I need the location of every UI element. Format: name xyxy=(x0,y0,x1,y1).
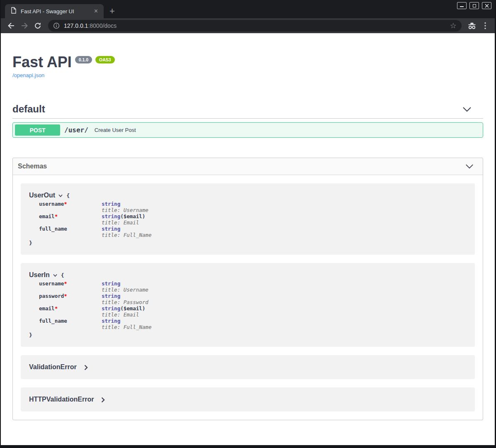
post-method-badge: POST xyxy=(15,124,60,136)
page-icon xyxy=(11,7,17,15)
tab-title: Fast API - Swagger UI xyxy=(21,8,92,15)
browser-menu-button[interactable] xyxy=(480,20,491,31)
window-maximize-button[interactable] xyxy=(469,2,479,9)
window-controls xyxy=(457,2,491,9)
page-content: Fast API 0.1.0 OAS3 /openapi.json defaul… xyxy=(1,33,495,445)
tag-header[interactable]: default xyxy=(12,103,483,115)
required-star: * xyxy=(64,280,67,287)
window-minimize-button[interactable] xyxy=(457,2,467,9)
endpoint-path: /user/ xyxy=(64,126,88,134)
close-brace: } xyxy=(29,240,32,246)
property-title: title: Username xyxy=(102,207,148,213)
opblock-post-user[interactable]: POST /user/ Create User Post xyxy=(12,122,483,138)
back-icon xyxy=(7,22,15,30)
property-type: string xyxy=(102,280,120,287)
chevron-down-icon[interactable] xyxy=(53,274,58,277)
property-row: username* string title: Username xyxy=(39,280,467,293)
schemas-header[interactable]: Schemas xyxy=(13,158,483,175)
chevron-right-icon[interactable] xyxy=(84,365,88,370)
window-close-button[interactable] xyxy=(482,2,491,9)
schemas-body: UserOut { username* string title: Userna… xyxy=(13,175,483,420)
tag-section-default: default POST /user/ Create User Post xyxy=(12,103,483,138)
model-title: HTTPValidationError xyxy=(29,396,94,403)
property-row: username* string title: Username xyxy=(39,201,467,213)
version-badge: 0.1.0 xyxy=(75,56,92,63)
required-star: * xyxy=(64,293,67,299)
forward-button[interactable] xyxy=(19,20,30,31)
url-text: 127.0.0.1:8000/docs xyxy=(64,22,450,29)
property-title: title: Email xyxy=(102,312,145,318)
incognito-avatar-button[interactable] xyxy=(467,20,477,31)
property-row: full_name string title: Full_Name xyxy=(39,226,467,238)
bookmark-star-icon[interactable]: ☆ xyxy=(450,22,457,29)
model-header[interactable]: UserOut { xyxy=(29,192,467,199)
property-name: username xyxy=(39,201,64,207)
browser-tab[interactable]: Fast API - Swagger UI × xyxy=(5,4,104,18)
minimize-icon xyxy=(460,6,464,7)
model-properties: username* string title: Username passwor… xyxy=(39,280,467,330)
maximize-icon xyxy=(473,4,476,7)
property-format: ($email) xyxy=(120,213,145,219)
close-icon xyxy=(485,4,489,8)
endpoint-summary: Create User Post xyxy=(95,127,136,133)
property-name: email xyxy=(39,213,55,219)
browser-window: Fast API - Swagger UI × + 127.0.0.1:8000… xyxy=(0,0,496,448)
property-type: string xyxy=(102,293,120,299)
required-star: * xyxy=(64,201,67,207)
model-title: ValidationError xyxy=(29,363,77,371)
property-name: full_name xyxy=(39,318,67,324)
swagger-ui-page: Fast API 0.1.0 OAS3 /openapi.json defaul… xyxy=(1,54,495,420)
property-title: title: Username xyxy=(102,287,148,293)
chevron-down-icon[interactable] xyxy=(465,164,474,169)
url-host: 127.0.0.1 xyxy=(64,22,88,29)
model-properties: username* string title: Username email* … xyxy=(39,201,467,238)
model-header[interactable]: UserIn { xyxy=(29,271,467,279)
property-type: string xyxy=(102,226,120,232)
address-bar[interactable]: 127.0.0.1:8000/docs ☆ xyxy=(48,20,462,32)
reload-icon xyxy=(34,22,42,30)
open-brace: { xyxy=(61,272,64,278)
new-tab-button[interactable]: + xyxy=(109,7,115,16)
property-title: title: Full_Name xyxy=(102,232,151,238)
required-star: * xyxy=(55,213,58,219)
property-row: password* string title: Password xyxy=(39,293,467,305)
openapi-json-link[interactable]: /openapi.json xyxy=(12,72,44,78)
property-type: string xyxy=(102,318,120,324)
property-name: username xyxy=(39,280,64,287)
property-format: ($email) xyxy=(120,305,145,312)
chevron-right-icon[interactable] xyxy=(101,397,105,403)
model-box-validationerror[interactable]: ValidationError xyxy=(21,355,475,379)
tag-divider xyxy=(12,118,483,119)
chevron-down-icon[interactable] xyxy=(58,194,63,197)
property-type: string xyxy=(102,305,120,312)
model-box-userout: UserOut { username* string title: Userna… xyxy=(21,183,475,255)
property-name: full_name xyxy=(39,226,67,232)
property-name: email xyxy=(39,305,55,312)
schemas-heading: Schemas xyxy=(18,163,47,170)
titlebar: Fast API - Swagger UI × + xyxy=(1,0,495,18)
tag-name: default xyxy=(12,103,45,115)
reload-button[interactable] xyxy=(32,20,43,31)
property-name: password xyxy=(39,293,64,299)
required-star: * xyxy=(55,305,58,312)
property-row: email* string($email) title: Email xyxy=(39,213,467,226)
model-box-userin: UserIn { username* string title: Usernam… xyxy=(21,263,475,347)
kebab-menu-icon xyxy=(484,22,486,30)
back-button[interactable] xyxy=(6,20,17,31)
schemas-section: Schemas UserOut { username* xyxy=(12,158,483,420)
tab-close-icon[interactable]: × xyxy=(92,8,100,15)
model-title: UserIn xyxy=(29,271,50,279)
model-title: UserOut xyxy=(29,192,55,199)
open-brace: { xyxy=(66,192,70,199)
model-box-httpvalidationerror[interactable]: HTTPValidationError xyxy=(21,387,475,411)
toolbar: 127.0.0.1:8000/docs ☆ xyxy=(1,18,495,33)
close-brace: } xyxy=(29,332,32,338)
property-title: title: Full_Name xyxy=(102,324,151,330)
property-row: full_name string title: Full_Name xyxy=(39,318,467,330)
property-type: string xyxy=(102,201,120,207)
chevron-down-icon[interactable] xyxy=(462,107,472,112)
property-title: title: Email xyxy=(102,219,145,226)
info-icon xyxy=(53,22,60,29)
property-type: string xyxy=(102,213,120,219)
property-row: email* string($email) title: Email xyxy=(39,305,467,318)
